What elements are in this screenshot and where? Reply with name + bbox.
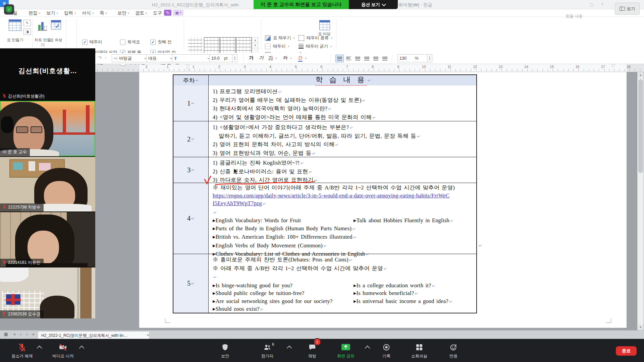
menu-서식[interactable]: 서식▾ — [82, 10, 94, 16]
header-content-cell[interactable]: 학 습 내 용↵ — [209, 75, 476, 85]
table-template-label[interactable]: 표 마당 — [316, 32, 333, 37]
font-select[interactable]: T ▾ — [172, 54, 211, 62]
tool-테두리[interactable]: 테두리▾ — [265, 44, 289, 49]
option-테두리[interactable]: ✓테두리 — [82, 39, 102, 45]
option-회색조[interactable]: 회색조 — [120, 39, 140, 45]
table-style-preview[interactable] — [236, 37, 252, 54]
menu-보기[interactable]: 보기▾ — [46, 10, 58, 16]
format-align-center-button[interactable] — [354, 55, 362, 62]
content-cell[interactable]: 1) 콩글리시는 진짜 Koglish였어~?!↵2) 신종 코로나바이러스: … — [209, 157, 476, 183]
header-week-cell[interactable]: 주차↵ — [173, 75, 209, 85]
format-underline-button[interactable]: 가 — [268, 55, 273, 61]
format-bold-button[interactable]: 가 — [249, 55, 254, 61]
ribbon-group-table-props[interactable]: 표 속성 — [47, 38, 65, 43]
scrollbar-thumb[interactable] — [638, 79, 643, 173]
create-table-icon[interactable] — [9, 19, 21, 31]
scroll-down-icon[interactable]: ▼ — [638, 324, 644, 330]
participant-tile-kim[interactable]: 김선희(비호생활... 김선희(비호생활관) — [0, 49, 95, 101]
gallery-scroll-down-icon[interactable]: ▼ — [252, 43, 258, 48]
content-cell[interactable]: ※ 흥미로운 주제의 찬반 토론(Debates: Pros and Cons)… — [209, 254, 476, 313]
table-template-icon[interactable] — [319, 20, 330, 30]
preset-select[interactable]: 대표 ▾ — [146, 54, 174, 62]
week-cell[interactable]: 2↵ — [173, 121, 209, 157]
table-style-preview[interactable] — [204, 37, 219, 54]
zoom-toolbar-start-video[interactable]: 비디오 시작 — [46, 341, 80, 360]
ribbon-group-table-create[interactable]: 표 만들기 — [6, 38, 24, 43]
last-tab-icon[interactable]: » — [32, 332, 35, 337]
hyperlink[interactable]: https://engoo.com/app/daily-news/article… — [213, 192, 449, 199]
redo-arrow-icon[interactable]: ▾ — [105, 57, 106, 59]
week-cell[interactable]: 5↵ — [173, 254, 209, 313]
format-text-color-button[interactable]: 간 — [298, 55, 303, 62]
table-edit-tool-icon[interactable]: ✎ — [164, 10, 171, 16]
hyperlink[interactable]: I5EeyAhT9WpT7pzg — [213, 200, 262, 206]
participant-tile-22225736-차범수[interactable]: 22225736 차범수 — [0, 157, 95, 212]
paragraph-style-select[interactable]: ≡A 바탕글 ▾ — [112, 54, 148, 62]
format-italic-button[interactable]: 가 — [259, 55, 264, 61]
table-style-preview[interactable] — [188, 37, 203, 53]
end-meeting-button[interactable]: 종료 — [616, 346, 637, 356]
erase-table-icon[interactable]: ◨ — [23, 28, 31, 35]
menu-검토[interactable]: 검토▾ — [135, 10, 147, 16]
draw-table-icon[interactable]: ✎ — [23, 20, 31, 26]
zoom-toolbar-breakout[interactable]: 소회의실 — [404, 341, 434, 360]
zoom-toolbar-chat[interactable]: 채팅 — [297, 341, 327, 360]
chevron-up-icon[interactable] — [287, 346, 292, 351]
week-cell[interactable]: 3↵ — [173, 157, 209, 183]
content-cell[interactable]: ※ 재미있는 영어 단어 이야기(아래 주제 중 A/B반 각각 1~2 선택하… — [209, 183, 476, 254]
document-tab[interactable]: H2_2022-1_RC(영미문행_강의계획서_with lin… — [38, 331, 150, 340]
redo-icon[interactable]: ↷ — [98, 55, 102, 60]
zoom-view-button[interactable]: 보기 — [615, 3, 640, 15]
zoom-level-input[interactable]: 130 % ▾ — [397, 54, 430, 62]
format-strikethrough-button[interactable]: 가 — [283, 55, 288, 61]
window-restore-icon[interactable]: ▢ — [590, 2, 593, 7]
new-tab-button[interactable]: + — [145, 332, 151, 338]
content-cell[interactable]: 1) <생활영어>에서 가장 중요하다고 생각하는 부분은?↵말하기, 듣고 이… — [209, 121, 476, 157]
menu-입력[interactable]: 입력▾ — [64, 10, 76, 16]
format-distribute-button[interactable] — [372, 55, 380, 62]
create-chart-icon[interactable] — [38, 20, 47, 31]
format-align-right-button[interactable] — [363, 55, 371, 62]
table-tool-icon[interactable]: ▦ ▾ — [173, 10, 183, 16]
zoom-toolbar-unmute[interactable]: 음소거 해제 — [5, 341, 40, 360]
document-scrollbar[interactable]: ▲ ▼ — [637, 72, 644, 330]
week-cell[interactable]: 4↵ — [173, 183, 209, 254]
participant-tile-22082539-오수경[interactable]: 22082539 오수경 — [0, 267, 95, 318]
gallery-scroll-up-icon[interactable]: ▲ — [252, 37, 258, 43]
menu-보안[interactable]: 보안▾ — [117, 10, 129, 16]
zoom-spinner[interactable]: ▲▼ — [427, 54, 432, 62]
font-size-input[interactable]: 10.0 pt ▾ — [209, 54, 235, 62]
participant-tile-22214161-이유진[interactable]: 22214161 이유진 — [0, 212, 95, 267]
format-divide-button[interactable] — [381, 55, 389, 62]
view-options-button[interactable]: 옵션 보기 — [349, 0, 398, 9]
tool-표 채우기[interactable]: 표 채우기▾ — [265, 35, 295, 41]
font-size-spinner[interactable]: ▲▼ — [232, 54, 237, 62]
menu-쪽[interactable]: 쪽▾ — [100, 10, 107, 16]
indent-marker-bottom[interactable] — [186, 68, 190, 70]
table-style-preview[interactable] — [220, 37, 235, 54]
menu-도구[interactable]: 도구▾ — [153, 10, 165, 16]
document-page[interactable]: 주차↵ 학 습 내 용↵ 1↵1) 프로그램 오리엔테이션↵2) 우리가 영어를… — [139, 72, 627, 328]
scroll-up-icon[interactable]: ▲ — [638, 72, 644, 78]
zoom-toolbar-participants[interactable]: 참가자 — [252, 341, 282, 360]
content-cell[interactable]: 1) 프로그램 오리엔테이션↵2) 우리가 영어를 배우는 데 실패하는 이유(… — [209, 85, 476, 121]
prev-tab-icon[interactable]: ‹ — [20, 332, 21, 337]
right-margin-marker[interactable] — [611, 65, 615, 67]
participant-tile-이-준-호-교수[interactable]: 이 준 호 교수 — [0, 101, 95, 156]
zoom-toolbar-security[interactable]: 보안 — [210, 341, 240, 360]
indent-marker-top[interactable] — [186, 65, 190, 67]
tool-테두리 굵기[interactable]: 테두리 굵기▾ — [299, 44, 332, 49]
zoom-toolbar-record[interactable]: 기록 — [371, 341, 401, 360]
week-cell[interactable]: 1↵ — [173, 85, 209, 121]
option-첫째 칸[interactable]: ✓첫째 칸 — [150, 39, 171, 45]
first-tab-icon[interactable]: « — [13, 332, 16, 337]
chevron-up-icon[interactable] — [365, 346, 370, 351]
menu-편집[interactable]: 편집▾ — [29, 10, 40, 16]
format-justify-button[interactable] — [335, 55, 344, 62]
window-help-icon[interactable]: ? — [601, 2, 603, 7]
zoom-toolbar-reactions[interactable]: 반응 — [438, 341, 469, 360]
tab-list-icon[interactable]: ▦ — [4, 332, 8, 337]
next-tab-icon[interactable]: › — [26, 332, 28, 337]
format-align-left-button[interactable] — [344, 55, 353, 62]
zoom-toolbar-share[interactable]: 화면 공유 — [331, 341, 361, 360]
